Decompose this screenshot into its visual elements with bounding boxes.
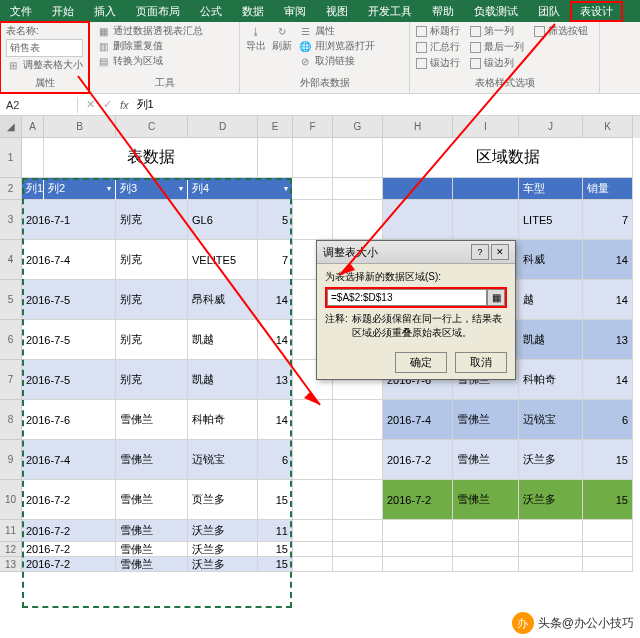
cell[interactable]: 凯越 — [188, 360, 258, 400]
close-icon[interactable]: ✕ — [491, 244, 509, 260]
tab-team[interactable]: 团队 — [528, 1, 570, 22]
cell[interactable]: 14 — [258, 400, 293, 440]
cell[interactable]: 雪佛兰 — [116, 542, 188, 557]
cell[interactable]: 2016-7-4 — [22, 440, 116, 480]
cell[interactable] — [293, 138, 333, 178]
cell[interactable] — [333, 200, 383, 240]
cell[interactable] — [22, 138, 44, 178]
open-browser[interactable]: 🌐用浏览器打开 — [298, 39, 375, 53]
cell[interactable] — [293, 178, 333, 200]
cell[interactable] — [293, 200, 333, 240]
cell[interactable]: 雪佛兰 — [453, 480, 519, 520]
row-header[interactable]: 6 — [0, 320, 21, 360]
tab-help[interactable]: 帮助 — [422, 1, 464, 22]
cell[interactable]: 雪佛兰 — [453, 400, 519, 440]
cell[interactable]: 昂科威 — [188, 280, 258, 320]
col-header[interactable]: D — [188, 116, 258, 138]
ext-prop[interactable]: ☰属性 — [298, 24, 375, 38]
cancel-icon[interactable]: ✕ — [86, 98, 95, 111]
table-header[interactable]: 列2▾ — [44, 178, 116, 200]
tab-view[interactable]: 视图 — [316, 1, 358, 22]
row-header[interactable]: 10 — [0, 480, 21, 520]
cell[interactable]: 13 — [583, 320, 633, 360]
cell[interactable] — [383, 200, 453, 240]
cell[interactable] — [383, 557, 453, 572]
row-header[interactable]: 4 — [0, 240, 21, 280]
col-header[interactable]: F — [293, 116, 333, 138]
cell[interactable] — [333, 400, 383, 440]
cell[interactable] — [333, 557, 383, 572]
cell[interactable]: 科威 — [519, 240, 583, 280]
row-header[interactable]: 13 — [0, 557, 21, 572]
name-box[interactable]: A2 — [0, 97, 78, 113]
tab-file[interactable]: 文件 — [0, 1, 42, 22]
cell[interactable] — [583, 542, 633, 557]
chk-banded-col[interactable]: 镶边列 — [470, 56, 524, 70]
col-header[interactable]: E — [258, 116, 293, 138]
col-header[interactable]: J — [519, 116, 583, 138]
col-header[interactable]: K — [583, 116, 633, 138]
row-header[interactable]: 11 — [0, 520, 21, 542]
cell[interactable]: 2016-7-2 — [22, 480, 116, 520]
row-header[interactable]: 1 — [0, 138, 21, 178]
cell[interactable]: LITE5 — [519, 200, 583, 240]
col-header[interactable]: H — [383, 116, 453, 138]
cell[interactable] — [453, 557, 519, 572]
row-header[interactable]: 3 — [0, 200, 21, 240]
ok-button[interactable]: 确定 — [395, 352, 447, 373]
cell[interactable]: 越 — [519, 280, 583, 320]
cell[interactable]: 15 — [583, 440, 633, 480]
cell[interactable]: 雪佛兰 — [116, 520, 188, 542]
col-header[interactable]: A — [22, 116, 44, 138]
cell[interactable] — [333, 178, 383, 200]
cell[interactable] — [333, 480, 383, 520]
tab-home[interactable]: 开始 — [42, 1, 84, 22]
cell[interactable] — [453, 520, 519, 542]
cell[interactable]: VELITE5 — [188, 240, 258, 280]
cell[interactable]: 雪佛兰 — [116, 400, 188, 440]
col-header[interactable]: G — [333, 116, 383, 138]
cell[interactable]: 沃兰多 — [519, 480, 583, 520]
cell[interactable]: 凯越 — [519, 320, 583, 360]
convert-range-button[interactable]: ▤转换为区域 — [96, 54, 233, 68]
fx-icon[interactable]: fx — [120, 99, 129, 111]
cell[interactable]: 2016-7-5 — [22, 360, 116, 400]
cell[interactable]: 2016-7-4 — [22, 240, 116, 280]
cell[interactable] — [333, 542, 383, 557]
select-all[interactable]: ◢ — [0, 116, 21, 138]
remove-dup-button[interactable]: ▥删除重复值 — [96, 39, 233, 53]
cell[interactable]: 沃兰多 — [188, 542, 258, 557]
tab-loadtest[interactable]: 负载测试 — [464, 1, 528, 22]
cell[interactable]: 14 — [258, 320, 293, 360]
cell[interactable]: 雪佛兰 — [116, 557, 188, 572]
chk-filter[interactable]: 筛选按钮 — [534, 24, 588, 38]
cell[interactable]: 15 — [258, 480, 293, 520]
cell[interactable]: 页兰多 — [188, 480, 258, 520]
cell[interactable]: 2016-7-2 — [383, 440, 453, 480]
cell[interactable]: 2016-7-2 — [383, 480, 453, 520]
cell[interactable]: 2016-7-2 — [22, 557, 116, 572]
cell[interactable]: 2016-7-6 — [22, 400, 116, 440]
unlink[interactable]: ⊘取消链接 — [298, 54, 375, 68]
cell[interactable]: 别克 — [116, 240, 188, 280]
col-header[interactable]: I — [453, 116, 519, 138]
cell[interactable] — [333, 520, 383, 542]
range-picker-icon[interactable]: ▦ — [487, 289, 505, 306]
table-name-input[interactable]: 销售表 — [6, 39, 83, 57]
chk-header[interactable]: 标题行 — [416, 24, 460, 38]
cell[interactable]: 别克 — [116, 200, 188, 240]
help-icon[interactable]: ? — [471, 244, 489, 260]
tab-dev[interactable]: 开发工具 — [358, 1, 422, 22]
resize-table-button[interactable]: ⊞调整表格大小 — [6, 58, 83, 72]
row-header[interactable]: 2 — [0, 178, 21, 200]
tab-insert[interactable]: 插入 — [84, 1, 126, 22]
tab-table-design[interactable]: 表设计 — [570, 1, 623, 22]
cell[interactable]: 凯越 — [188, 320, 258, 360]
row-header[interactable]: 8 — [0, 400, 21, 440]
cell[interactable]: 14 — [258, 280, 293, 320]
tab-layout[interactable]: 页面布局 — [126, 1, 190, 22]
cell[interactable] — [293, 400, 333, 440]
col-header[interactable]: B — [44, 116, 116, 138]
cell[interactable]: 6 — [258, 440, 293, 480]
dialog-titlebar[interactable]: 调整表大小 ? ✕ — [317, 241, 515, 264]
